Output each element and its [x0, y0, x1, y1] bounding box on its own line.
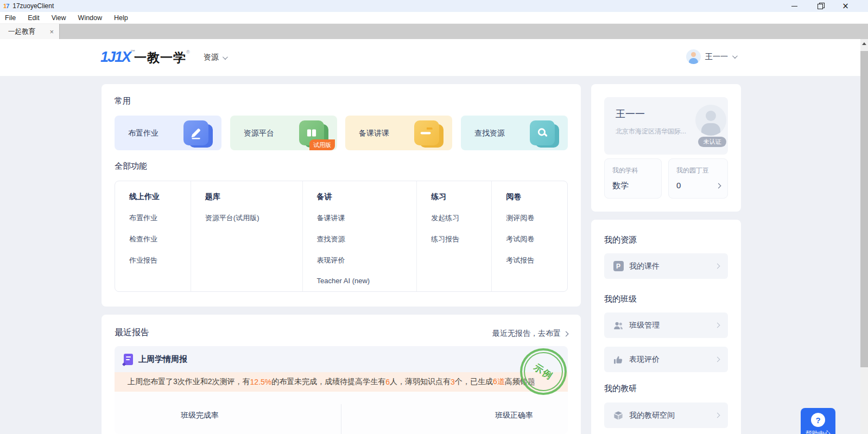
tab-yiqijiaoyu[interactable]: 一起教育 × — [0, 24, 60, 39]
brand-logo: 1J1X™ — [100, 49, 135, 66]
summary-segment: 12.5% — [250, 378, 272, 386]
minimize-icon — [791, 6, 797, 7]
card-resource-platform[interactable]: 资源平台 试用版 — [230, 116, 337, 150]
help-center-label: 帮助中心 — [801, 430, 835, 434]
pencil-icon — [183, 120, 213, 148]
vertical-scrollbar — [860, 39, 868, 434]
card-assign-homework[interactable]: 布置作业 — [115, 116, 221, 150]
tab-label: 一起教育 — [8, 27, 49, 36]
close-icon: × — [842, 2, 849, 10]
weekly-summary: 上周您布置了3次作业和2次测评，有12.5%的布置未完成，成绩待提高学生有6人，… — [115, 372, 568, 392]
func-item[interactable]: 发起练习 — [431, 213, 491, 223]
summary-segment: 6道 — [493, 377, 505, 387]
menu-help[interactable]: Help — [114, 14, 128, 22]
func-item[interactable]: 考试阅卷 — [506, 234, 567, 244]
menu-edit[interactable]: Edit — [28, 14, 40, 22]
summary-segment: 人，薄弱知识点有 — [390, 377, 451, 387]
menu-bar: File Edit View Window Help — [0, 12, 868, 24]
restore-button[interactable] — [807, 0, 833, 12]
class-accuracy-label: 班级正确率 — [495, 411, 533, 420]
all-functions-title: 全部功能 — [115, 161, 147, 171]
window-title: 17zuoyeClient — [12, 2, 54, 10]
func-col-grading: 阅卷 测评阅卷 考试阅卷 考试报告 — [491, 181, 567, 291]
app-header: 1J1X™ 一教一学® 资源 王一一 — [0, 39, 860, 76]
func-item[interactable]: 作业报告 — [129, 256, 191, 265]
menu-window[interactable]: Window — [78, 14, 102, 22]
user-name: 王一一 — [705, 52, 728, 62]
report-doc-icon — [124, 354, 133, 365]
func-item[interactable]: Teacher AI (new) — [317, 277, 417, 285]
folder-icon — [414, 120, 443, 148]
summary-segment: 6 — [385, 378, 390, 386]
profile-panel: 王一一 北京市海淀区清华国际... 未认证 我的学科 数学 我的园丁豆 0 — [591, 84, 741, 212]
chevron-right-icon — [715, 323, 720, 328]
app-icon: 17 — [3, 3, 9, 9]
search-icon — [530, 120, 559, 148]
scrollbar-thumb[interactable] — [860, 51, 868, 367]
tab-close-icon[interactable]: × — [49, 28, 54, 35]
chevron-right-icon — [715, 357, 720, 362]
chevron-right-icon — [715, 413, 720, 418]
window-controls: × — [782, 0, 858, 12]
func-col-practice: 练习 发起练习 练习报告 — [416, 181, 491, 291]
user-menu[interactable]: 王一一 — [686, 49, 736, 64]
summary-segment: 的布置未完成，成绩待提高学生有 — [271, 377, 385, 387]
class-management-row[interactable]: 班级管理 — [604, 312, 728, 338]
summary-segment: 3 — [451, 378, 455, 386]
summary-segment: 上周您布置了3次作业和2次测评，有 — [128, 377, 250, 387]
chevron-down-icon — [223, 54, 228, 60]
no-reports-link[interactable]: 最近无报告，去布置 — [492, 329, 568, 339]
close-button[interactable]: × — [833, 0, 858, 12]
tab-strip: 一起教育 × — [0, 24, 868, 39]
chevron-right-icon — [563, 331, 569, 336]
menu-view[interactable]: View — [52, 14, 66, 22]
research-space-row[interactable]: 我的教研空间 — [604, 403, 728, 428]
courseware-icon: P — [613, 261, 624, 272]
func-item[interactable]: 考试报告 — [506, 256, 567, 265]
profile-name: 王一一 — [616, 107, 645, 120]
question-mark-icon: ? — [811, 413, 825, 427]
card-find-resources[interactable]: 查找资源 — [461, 116, 568, 150]
func-item[interactable]: 资源平台(试用版) — [205, 213, 302, 223]
func-item[interactable]: 检查作业 — [129, 234, 191, 244]
summary-segment: 个，已生成 — [455, 377, 493, 387]
profile-avatar[interactable] — [695, 105, 726, 136]
user-avatar — [686, 49, 701, 64]
card-lesson-prep[interactable]: 备课讲课 — [345, 116, 452, 150]
restore-icon — [818, 4, 822, 9]
chevron-right-icon — [716, 183, 721, 189]
minimize-button[interactable] — [782, 0, 807, 12]
func-item[interactable]: 查找资源 — [317, 234, 417, 244]
func-col-question-bank: 题库 资源平台(试用版) — [191, 181, 302, 291]
chevron-right-icon — [715, 264, 720, 269]
my-resources-title: 我的资源 — [604, 235, 637, 245]
trial-badge: 试用版 — [309, 139, 335, 150]
func-item[interactable]: 测评阅卷 — [506, 213, 567, 223]
performance-eval-row[interactable]: 表现评价 — [604, 347, 728, 372]
unverified-badge: 未认证 — [698, 137, 726, 147]
func-item[interactable]: 布置作业 — [129, 213, 191, 223]
recent-reports-title: 最近报告 — [115, 327, 149, 339]
nav-resources-dropdown[interactable]: 资源 — [204, 53, 226, 62]
my-beans-card[interactable]: 我的园丁豆 0 — [668, 158, 728, 199]
recent-reports-panel: 最近报告 最近无报告，去布置 上周学情周报 上周您布置了3次作业和2次测评，有1… — [102, 315, 581, 434]
func-item[interactable]: 表现评价 — [317, 256, 417, 265]
menu-file[interactable]: File — [5, 14, 16, 22]
profile-card: 王一一 北京市海淀区清华国际... 未认证 — [604, 97, 728, 155]
weekly-report-header: 上周学情周报 — [115, 346, 568, 372]
cube-icon — [613, 410, 624, 421]
func-item[interactable]: 练习报告 — [431, 234, 491, 244]
weekly-report-card[interactable]: 上周学情周报 上周您布置了3次作业和2次测评，有12.5%的布置未完成，成绩待提… — [115, 346, 568, 434]
brand-name: 一教一学® — [134, 49, 191, 66]
sample-stamp: 示例 — [520, 348, 567, 395]
help-center-button[interactable]: ? 帮助中心 — [801, 408, 835, 434]
my-courseware-row[interactable]: P 我的课件 — [604, 253, 728, 279]
thumbs-up-icon — [613, 354, 624, 365]
window-titlebar: 17 17zuoyeClient × — [0, 0, 868, 12]
class-completion-label: 班级完成率 — [181, 411, 219, 420]
my-subject-card: 我的学科 数学 — [604, 158, 662, 199]
func-item[interactable]: 备课讲课 — [317, 213, 417, 223]
functions-panel: 常用 布置作业 资源平台 试用版 备课讲课 查找资源 — [102, 84, 581, 307]
scroll-up-arrow[interactable] — [860, 39, 868, 48]
func-col-online-homework: 线上作业 布置作业 检查作业 作业报告 — [115, 181, 191, 291]
